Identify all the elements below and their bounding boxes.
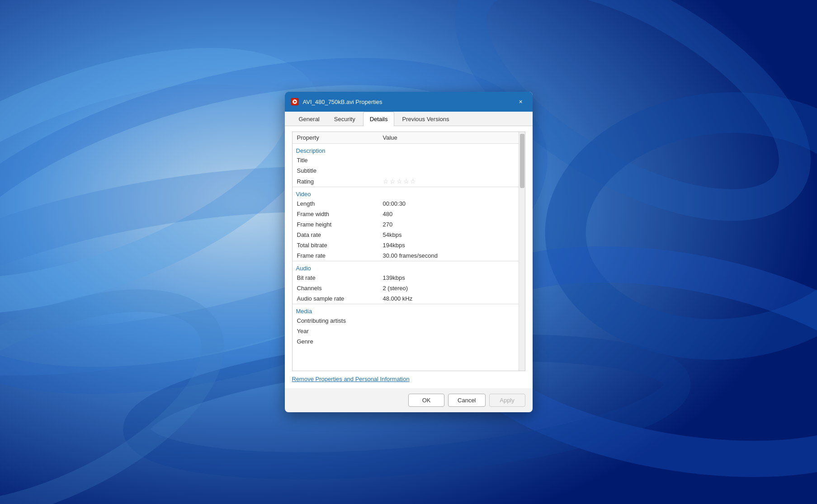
prop-frame-height: Frame height xyxy=(293,219,378,230)
val-genre[interactable] xyxy=(378,336,519,347)
prop-contributing-artists: Contributing artists xyxy=(293,316,378,326)
row-subtitle: Subtitle xyxy=(293,165,519,176)
tab-details[interactable]: Details xyxy=(363,112,395,126)
val-title[interactable] xyxy=(378,155,519,165)
val-audio-sample-rate: 48.000 kHz xyxy=(378,293,519,304)
prop-bit-rate: Bit rate xyxy=(293,273,378,283)
prop-channels: Channels xyxy=(293,283,378,293)
svg-point-8 xyxy=(0,257,244,504)
val-year[interactable] xyxy=(378,326,519,336)
row-frame-rate: Frame rate 30.00 frames/second xyxy=(293,250,519,261)
tab-general[interactable]: General xyxy=(292,112,326,126)
tabs-container: General Security Details Previous Versio… xyxy=(285,112,533,126)
properties-table-container: Property Value Description Title xyxy=(292,132,525,371)
row-bit-rate: Bit rate 139kbps xyxy=(293,273,519,283)
row-total-bitrate: Total bitrate 194kbps xyxy=(293,240,519,250)
row-rating: Rating ☆☆☆☆☆ xyxy=(293,176,519,187)
dialog-footer: OK Cancel Apply xyxy=(285,388,533,412)
section-description: Description xyxy=(293,144,519,155)
table-scroll-area[interactable]: Property Value Description Title xyxy=(293,132,519,371)
prop-data-rate: Data rate xyxy=(293,230,378,240)
column-header-value: Value xyxy=(378,132,519,144)
svg-point-5 xyxy=(556,99,817,352)
prop-frame-width: Frame width xyxy=(293,209,378,219)
apply-button[interactable]: Apply xyxy=(489,394,525,407)
row-channels: Channels 2 (stereo) xyxy=(293,283,519,293)
val-data-rate: 54kbps xyxy=(378,230,519,240)
val-frame-rate: 30.00 frames/second xyxy=(378,250,519,261)
row-frame-width: Frame width 480 xyxy=(293,209,519,219)
close-button[interactable]: × xyxy=(515,95,527,108)
prop-subtitle: Subtitle xyxy=(293,165,378,176)
prop-total-bitrate: Total bitrate xyxy=(293,240,378,250)
prop-frame-rate: Frame rate xyxy=(293,250,378,261)
prop-year: Year xyxy=(293,326,378,336)
section-media: Media xyxy=(293,304,519,316)
prop-title: Title xyxy=(293,155,378,165)
dialog-body: Property Value Description Title xyxy=(285,126,533,388)
val-contributing-artists[interactable] xyxy=(378,316,519,326)
val-frame-width: 480 xyxy=(378,209,519,219)
scrollbar-track[interactable] xyxy=(519,132,525,371)
title-bar: AVI_480_750kB.avi Properties × xyxy=(285,92,533,112)
svg-point-1 xyxy=(0,19,334,343)
tab-security[interactable]: Security xyxy=(327,112,362,126)
prop-genre: Genre xyxy=(293,336,378,347)
properties-dialog: AVI_480_750kB.avi Properties × General S… xyxy=(285,92,533,412)
rating-stars[interactable]: ☆☆☆☆☆ xyxy=(383,178,417,185)
val-rating[interactable]: ☆☆☆☆☆ xyxy=(378,176,519,187)
row-year: Year xyxy=(293,326,519,336)
val-subtitle[interactable] xyxy=(378,165,519,176)
remove-properties-link[interactable]: Remove Properties and Personal Informati… xyxy=(292,376,410,382)
val-length: 00:00:30 xyxy=(378,198,519,209)
val-total-bitrate: 194kbps xyxy=(378,240,519,250)
row-genre: Genre xyxy=(293,336,519,347)
val-bit-rate: 139kbps xyxy=(378,273,519,283)
val-channels: 2 (stereo) xyxy=(378,283,519,293)
ok-button[interactable]: OK xyxy=(408,394,444,407)
row-length: Length 00:00:30 xyxy=(293,198,519,209)
window-icon xyxy=(290,97,299,106)
row-title: Title xyxy=(293,155,519,165)
prop-audio-sample-rate: Audio sample rate xyxy=(293,293,378,304)
row-audio-sample-rate: Audio sample rate 48.000 kHz xyxy=(293,293,519,304)
section-audio: Audio xyxy=(293,261,519,273)
scrollbar-thumb[interactable] xyxy=(520,134,524,188)
prop-rating: Rating xyxy=(293,176,378,187)
row-contributing-artists: Contributing artists xyxy=(293,316,519,326)
properties-table: Property Value Description Title xyxy=(293,132,519,347)
row-frame-height: Frame height 270 xyxy=(293,219,519,230)
val-frame-height: 270 xyxy=(378,219,519,230)
row-data-rate: Data rate 54kbps xyxy=(293,230,519,240)
cancel-button[interactable]: Cancel xyxy=(448,394,485,407)
column-header-property: Property xyxy=(293,132,378,144)
prop-length: Length xyxy=(293,198,378,209)
section-video: Video xyxy=(293,187,519,199)
tab-previous-versions[interactable]: Previous Versions xyxy=(395,112,456,126)
title-bar-text: AVI_480_750kB.avi Properties xyxy=(303,99,515,105)
